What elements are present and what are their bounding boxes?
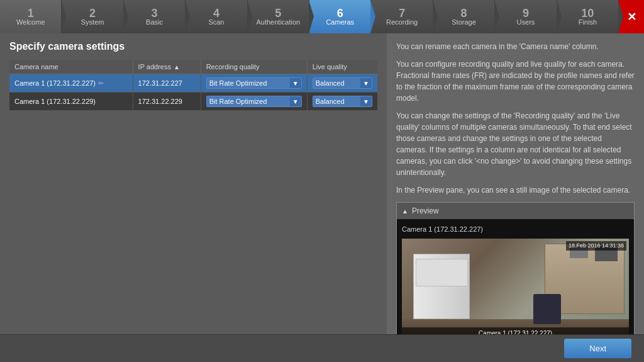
nav-label-system: System — [81, 19, 104, 26]
help-text-3: You can change the settings of the 'Reco… — [396, 110, 635, 178]
recording-quality-dropdown-arrow[interactable]: ▼ — [290, 78, 301, 88]
nav-item-finish[interactable]: 10 Finish — [557, 0, 619, 33]
collapse-icon: ▲ — [402, 206, 408, 216]
preview-header[interactable]: ▲ Preview — [397, 203, 634, 219]
nav-number-4: 4 — [213, 8, 219, 19]
nav-number-6: 6 — [337, 8, 343, 19]
scene-fridge-door — [416, 259, 468, 287]
live-quality-select[interactable]: Balanced ▼ — [313, 77, 372, 89]
live-quality-cell: Balanced ▼ — [307, 74, 377, 93]
camera-name-cell: Camera 1 (172.31.22.227) ✏ — [9, 74, 133, 93]
nav-item-scan[interactable]: 4 Scan — [186, 0, 247, 33]
left-panel: Specify camera settings Camera name IP a… — [0, 33, 387, 334]
nav-number-2: 2 — [89, 8, 96, 19]
live-quality-value: Balanced — [313, 78, 360, 88]
nav-item-recording[interactable]: 7 Recording — [371, 0, 433, 33]
scene-chair — [533, 294, 560, 324]
live-quality-dropdown-arrow-2[interactable]: ▼ — [360, 96, 372, 106]
recording-quality-value: Bit Rate Optimized — [207, 78, 290, 88]
table-row[interactable]: Camera 1 (172.31.22.229) 172.31.22.229 B… — [9, 93, 377, 111]
nav-item-basic[interactable]: 3 Basic — [124, 0, 186, 33]
preview-section: ▲ Preview Camera 1 (172.31.22.227) — [396, 202, 635, 334]
preview-title: Preview — [412, 205, 439, 217]
col-header-camera-name: Camera name — [9, 60, 133, 74]
edit-icon[interactable]: ✏ — [98, 79, 104, 88]
nav-label-finish: Finish — [579, 19, 597, 26]
help-text-4: In the Preview pane, you can see a still… — [396, 184, 635, 196]
help-text-1: You can rename each camera in the 'Camer… — [396, 41, 635, 52]
nav-number-1: 1 — [28, 8, 34, 19]
camera-preview-image: 18.Feb 2016 14:31:38 Camera 1 (172.31.22… — [402, 239, 629, 335]
nav-label-basic: Basic — [146, 19, 163, 26]
right-panel: You can rename each camera in the 'Camer… — [387, 33, 644, 334]
camera-name-cell-2: Camera 1 (172.31.22.229) — [9, 93, 133, 111]
col-header-recording-quality: Recording quality — [201, 60, 307, 74]
ip-address-cell: 172.31.22.227 — [133, 74, 201, 93]
preview-camera-label: Camera 1 (172.31.22.227) — [402, 224, 629, 235]
nav-label-scan: Scan — [208, 19, 224, 26]
camera-name-text: Camera 1 (172.31.22.227) — [14, 79, 96, 87]
nav-label-authentication: Authentication — [256, 19, 300, 26]
top-navigation: 1 Welcome 2 System 3 Basic 4 Scan 5 Auth… — [0, 0, 644, 33]
close-icon: ✕ — [627, 10, 636, 24]
preview-content: Camera 1 (172.31.22.227) — [397, 219, 634, 334]
recording-quality-select[interactable]: Bit Rate Optimized ▼ — [206, 77, 302, 89]
nav-number-5: 5 — [275, 8, 281, 19]
col-header-live-quality: Live quality — [307, 60, 377, 74]
timestamp-overlay: 18.Feb 2016 14:31:38 — [566, 241, 626, 251]
main-content: Specify camera settings Camera name IP a… — [0, 33, 644, 334]
nav-item-users[interactable]: 9 Users — [495, 0, 557, 33]
nav-label-welcome: Welcome — [16, 19, 45, 26]
nav-label-cameras: Cameras — [326, 19, 354, 26]
table-row[interactable]: Camera 1 (172.31.22.227) ✏ 172.31.22.227… — [9, 74, 377, 93]
bottom-bar: Next — [0, 334, 644, 362]
recording-quality-value-2: Bit Rate Optimized — [207, 96, 290, 106]
recording-quality-select-2[interactable]: Bit Rate Optimized ▼ — [206, 96, 302, 107]
nav-label-storage: Storage — [452, 19, 476, 26]
col-header-ip-address[interactable]: IP address ▲ — [133, 60, 201, 74]
nav-item-welcome[interactable]: 1 Welcome — [0, 0, 62, 33]
camera-settings-table: Camera name IP address ▲ Recording quali… — [9, 60, 377, 111]
sort-arrow-icon: ▲ — [174, 64, 180, 71]
live-quality-cell-2: Balanced ▼ — [307, 93, 377, 111]
nav-item-authentication[interactable]: 5 Authentication — [248, 0, 309, 33]
live-quality-value-2: Balanced — [313, 96, 360, 106]
nav-item-storage[interactable]: 8 Storage — [433, 0, 495, 33]
panel-title: Specify camera settings — [9, 41, 377, 52]
nav-number-3: 3 — [152, 8, 158, 19]
nav-item-system[interactable]: 2 System — [62, 0, 123, 33]
nav-number-8: 8 — [461, 8, 467, 19]
camera-name-text-2: Camera 1 (172.31.22.229) — [14, 98, 96, 105]
next-button[interactable]: Next — [564, 339, 631, 358]
ip-address-cell-2: 172.31.22.229 — [133, 93, 201, 111]
nav-item-cameras[interactable]: 6 Cameras — [309, 0, 371, 33]
live-quality-select-2[interactable]: Balanced ▼ — [313, 96, 372, 107]
recording-quality-cell-2: Bit Rate Optimized ▼ — [201, 93, 307, 111]
recording-quality-cell: Bit Rate Optimized ▼ — [201, 74, 307, 93]
nav-label-users: Users — [517, 19, 535, 26]
live-quality-dropdown-arrow[interactable]: ▼ — [360, 78, 372, 88]
nav-number-9: 9 — [523, 8, 529, 19]
nav-number-7: 7 — [399, 8, 405, 19]
camera-overlay-label: Camera 1 (172.31.22.227) — [402, 327, 629, 335]
recording-quality-dropdown-arrow-2[interactable]: ▼ — [290, 96, 301, 106]
help-text-2: You can configure recording quality and … — [396, 59, 635, 104]
nav-number-10: 10 — [581, 8, 594, 19]
nav-label-recording: Recording — [386, 19, 418, 26]
